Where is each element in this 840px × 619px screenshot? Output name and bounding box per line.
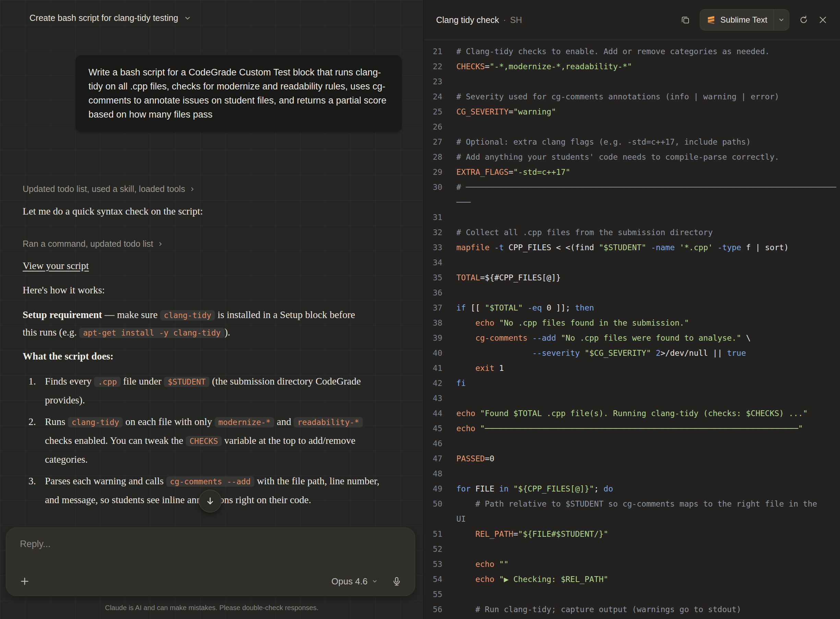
code-text: # Severity used for cg-comments annotati… <box>456 89 840 104</box>
code-line: 29EXTRA_FLAGS="-std=c++17" <box>424 164 840 179</box>
list-item: 2.Runs clang-tidy on each file with only… <box>28 413 392 468</box>
line-number: 31 <box>424 210 442 225</box>
inline-code: clang-tidy <box>68 417 123 428</box>
conversation-title-dropdown[interactable]: Create bash script for clang-tidy testin… <box>30 13 191 23</box>
code-line: 46 <box>424 436 840 451</box>
scroll-to-bottom-button[interactable] <box>199 490 222 513</box>
line-number: 45 <box>424 421 442 436</box>
code-line: 32# Collect all .cpp files from the subm… <box>424 225 840 240</box>
chevron-right-icon <box>157 241 163 247</box>
code-line: 31 <box>424 210 840 225</box>
code-text: echo "No .cpp files found in the submiss… <box>456 315 840 330</box>
sublime-text-icon <box>706 15 716 25</box>
line-number: 29 <box>424 164 442 179</box>
copy-icon <box>681 15 690 25</box>
tool-summary-row[interactable]: Updated todo list, used a skill, loaded … <box>22 184 195 194</box>
line-number: 46 <box>424 436 442 451</box>
title-separator: · <box>503 15 506 25</box>
open-with-main[interactable]: Sublime Text <box>700 15 774 25</box>
plus-icon <box>19 576 30 587</box>
chevron-right-icon <box>189 186 195 192</box>
line-number: 22 <box>424 59 442 74</box>
composer-controls: Opus 4.6 <box>19 576 402 587</box>
line-number: 55 <box>424 587 442 602</box>
open-with-button[interactable]: Sublime Text <box>700 9 789 30</box>
line-number: 51 <box>424 526 442 541</box>
code-line: 38 echo "No .cpp files found in the subm… <box>424 315 840 330</box>
refresh-button[interactable] <box>799 15 809 25</box>
what-script-does-heading: What the script does: <box>22 348 369 365</box>
chevron-down-icon <box>778 16 785 23</box>
artifact-panel: Clang tidy check · SH Sublime Text <box>424 0 840 619</box>
code-line: 27# Optional: extra clang flags (e.g. -s… <box>424 135 840 150</box>
line-number: 25 <box>424 104 442 119</box>
bold-text: Setup requirement <box>22 309 102 320</box>
line-number: 50 <box>424 496 442 511</box>
reply-input[interactable] <box>19 538 403 556</box>
code-line: 55 <box>424 587 840 602</box>
code-viewer[interactable]: 21# Clang-tidy checks to enable. Add or … <box>424 40 840 619</box>
line-number: 49 <box>424 481 442 496</box>
code-line: 50 # Path relative to $STUDENT so cg-com… <box>424 496 840 511</box>
code-text: echo "──────────────────────────────────… <box>456 421 840 436</box>
chevron-down-icon <box>184 14 191 22</box>
line-number: 44 <box>424 406 442 421</box>
code-text <box>456 541 840 557</box>
code-line: 42fi <box>424 376 840 391</box>
code-text <box>456 285 840 300</box>
code-line: 36 <box>424 285 840 300</box>
inline-code: clang-tidy <box>160 310 215 320</box>
attach-button[interactable] <box>19 576 30 587</box>
code-line: 51 REL_PATH="${FILE#$STUDENT/}" <box>424 526 840 541</box>
chat-panel: Create bash script for clang-tidy testin… <box>0 0 424 619</box>
line-number <box>424 195 442 210</box>
list-item-number: 2. <box>28 413 45 468</box>
code-text: # Optional: extra clang flags (e.g. -std… <box>456 135 840 150</box>
line-number: 37 <box>424 300 442 315</box>
code-text <box>456 255 840 270</box>
code-line: 21# Clang-tidy checks to enable. Add or … <box>424 44 840 59</box>
code-line: 25CG_SEVERITY="warning" <box>424 104 840 119</box>
tool-summary-label: Updated todo list, used a skill, loaded … <box>22 184 185 194</box>
line-number: 21 <box>424 44 442 59</box>
line-number: 35 <box>424 270 442 285</box>
code-text: UI <box>456 511 840 526</box>
line-number: 30 <box>424 179 442 195</box>
code-rows: 21# Clang-tidy checks to enable. Add or … <box>424 44 840 617</box>
tool-summary-row[interactable]: Ran a command, updated todo list <box>22 239 163 249</box>
copy-button[interactable] <box>681 15 690 25</box>
inline-code: modernize-* <box>215 417 274 428</box>
list-item-text: Finds every .cpp file under $STUDENT (th… <box>45 372 392 409</box>
code-text <box>456 436 840 451</box>
code-line: ─── <box>424 195 840 210</box>
line-number: 48 <box>424 466 442 481</box>
line-number: 23 <box>424 74 442 89</box>
artifact-title-text: Clang tidy check <box>436 15 499 25</box>
model-selector[interactable]: Opus 4.6 <box>331 576 378 587</box>
close-button[interactable] <box>818 15 828 25</box>
ai-disclaimer: Claude is AI and can make mistakes. Plea… <box>0 604 424 612</box>
code-line: 39 cg-comments --add "No .cpp files were… <box>424 330 840 345</box>
assistant-text: Let me do a quick syntax check on the sc… <box>22 203 203 219</box>
code-line: 47PASSED=0 <box>424 451 840 466</box>
code-line: 45echo "────────────────────────────────… <box>424 421 840 436</box>
dictation-button[interactable] <box>392 576 402 586</box>
code-line: 34 <box>424 255 840 270</box>
line-number: 27 <box>424 135 442 150</box>
code-text: # Path relative to $STUDENT so cg-commen… <box>456 496 840 511</box>
open-with-menu-button[interactable] <box>774 16 789 23</box>
code-text <box>456 119 840 135</box>
code-text: TOTAL=${#CPP_FILES[@]} <box>456 270 840 285</box>
line-number: 26 <box>424 119 442 135</box>
line-number: 42 <box>424 376 442 391</box>
view-script-link[interactable]: View your script <box>22 258 89 273</box>
code-text: EXTRA_FLAGS="-std=c++17" <box>456 164 840 179</box>
list-item-number: 3. <box>28 472 45 509</box>
setup-requirement-paragraph: Setup requirement — make sure clang-tidy… <box>22 307 369 341</box>
line-number: 41 <box>424 360 442 376</box>
list-item: 1.Finds every .cpp file under $STUDENT (… <box>28 372 392 409</box>
code-text: echo "▶ Checking: $REL_PATH" <box>456 572 840 587</box>
code-text: echo "Found $TOTAL .cpp file(s). Running… <box>456 406 840 421</box>
close-icon <box>818 15 828 25</box>
code-text: PASSED=0 <box>456 451 840 466</box>
